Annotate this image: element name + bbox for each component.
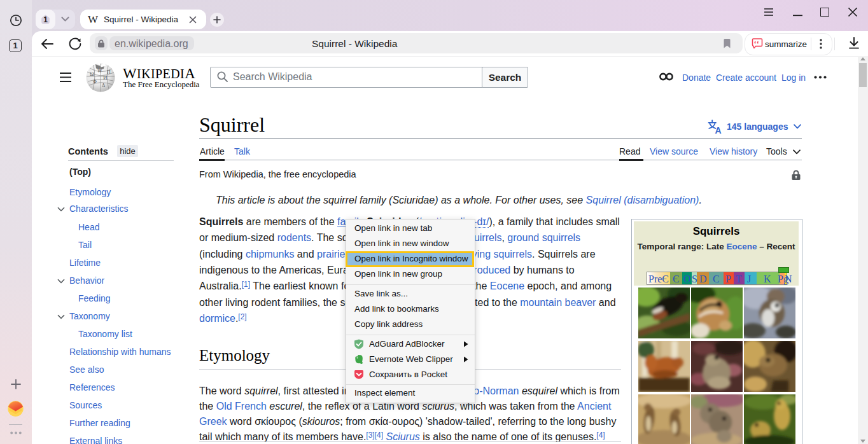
- svg-text:Δ: Δ: [102, 83, 105, 88]
- svg-text:A: A: [715, 125, 722, 134]
- svg-text:Φ: Φ: [93, 79, 97, 85]
- svg-text:1: 1: [43, 15, 48, 24]
- svg-text:И: И: [103, 74, 108, 81]
- svg-text:Π: Π: [107, 69, 111, 75]
- svg-text:W: W: [97, 68, 102, 74]
- svg-text:Ω: Ω: [90, 71, 94, 77]
